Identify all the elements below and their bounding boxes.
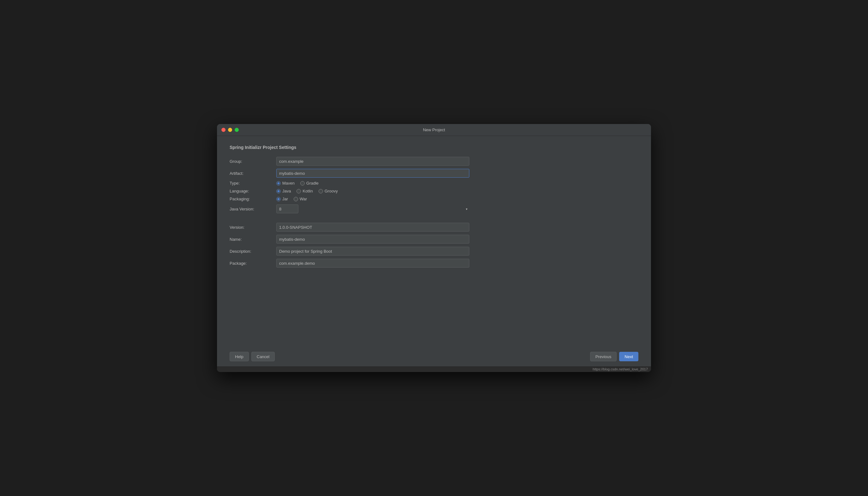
java-version-label: Java Version: <box>230 207 274 212</box>
footer: Help Cancel Previous Next <box>217 348 651 366</box>
section-title: Spring Initializr Project Settings <box>230 145 638 150</box>
packaging-war-radio[interactable] <box>294 197 298 201</box>
language-kotlin-label: Kotlin <box>302 189 313 193</box>
description-input[interactable] <box>276 247 469 255</box>
cancel-button[interactable]: Cancel <box>251 352 275 361</box>
language-java-option[interactable]: Java <box>276 189 291 193</box>
artifact-label: Artifact: <box>230 171 274 176</box>
spacer <box>230 216 274 220</box>
language-java-label: Java <box>282 189 291 193</box>
group-input[interactable] <box>276 157 469 166</box>
minimize-button[interactable] <box>228 128 232 132</box>
title-bar: New Project <box>217 124 651 136</box>
language-groovy-option[interactable]: Groovy <box>318 189 338 193</box>
close-button[interactable] <box>221 128 225 132</box>
name-label: Name: <box>230 237 274 242</box>
packaging-jar-radio[interactable] <box>276 197 281 201</box>
next-button[interactable]: Next <box>619 352 638 361</box>
type-gradle-radio[interactable] <box>300 181 305 186</box>
type-gradle-label: Gradle <box>306 181 318 186</box>
spacer2 <box>276 216 469 220</box>
language-groovy-label: Groovy <box>325 189 338 193</box>
type-maven-label: Maven <box>282 181 295 186</box>
window-title: New Project <box>423 127 445 132</box>
packaging-war-label: War <box>300 197 307 201</box>
window-controls <box>221 128 239 132</box>
packaging-jar-option[interactable]: Jar <box>276 197 288 201</box>
packaging-label: Packaging: <box>230 197 274 201</box>
help-button[interactable]: Help <box>230 352 249 361</box>
previous-button[interactable]: Previous <box>590 352 617 361</box>
packaging-war-option[interactable]: War <box>294 197 307 201</box>
description-label: Description: <box>230 249 274 254</box>
maximize-button[interactable] <box>235 128 239 132</box>
version-input[interactable] <box>276 223 469 232</box>
type-maven-radio[interactable] <box>276 181 281 186</box>
language-java-radio[interactable] <box>276 189 281 193</box>
java-version-wrapper: 8 11 17 ▾ <box>276 204 469 213</box>
language-kotlin-radio[interactable] <box>297 189 301 193</box>
footer-right-buttons: Previous Next <box>590 352 638 361</box>
type-radio-group: Maven Gradle <box>276 181 469 186</box>
chevron-down-icon: ▾ <box>466 207 468 211</box>
package-label: Package: <box>230 261 274 266</box>
language-kotlin-option[interactable]: Kotlin <box>297 189 313 193</box>
type-maven-option[interactable]: Maven <box>276 181 295 186</box>
form-grid: Group: Artifact: Type: Maven Gradle Lang… <box>230 157 469 267</box>
language-radio-group: Java Kotlin Groovy <box>276 189 469 193</box>
footer-left-buttons: Help Cancel <box>230 352 275 361</box>
type-gradle-option[interactable]: Gradle <box>300 181 318 186</box>
type-label: Type: <box>230 181 274 186</box>
version-label: Version: <box>230 225 274 230</box>
content-area: Spring Initializr Project Settings Group… <box>217 136 651 348</box>
language-label: Language: <box>230 189 274 193</box>
new-project-window: New Project Spring Initializr Project Se… <box>217 124 651 372</box>
artifact-input[interactable] <box>276 169 469 177</box>
package-input[interactable] <box>276 259 469 267</box>
group-label: Group: <box>230 159 274 164</box>
language-groovy-radio[interactable] <box>318 189 323 193</box>
java-version-select[interactable]: 8 11 17 <box>276 204 298 213</box>
packaging-radio-group: Jar War <box>276 197 469 201</box>
name-input[interactable] <box>276 235 469 244</box>
url-bar: https://blog.csdn.net/wei_love_2017 <box>217 366 651 372</box>
packaging-jar-label: Jar <box>282 197 288 201</box>
